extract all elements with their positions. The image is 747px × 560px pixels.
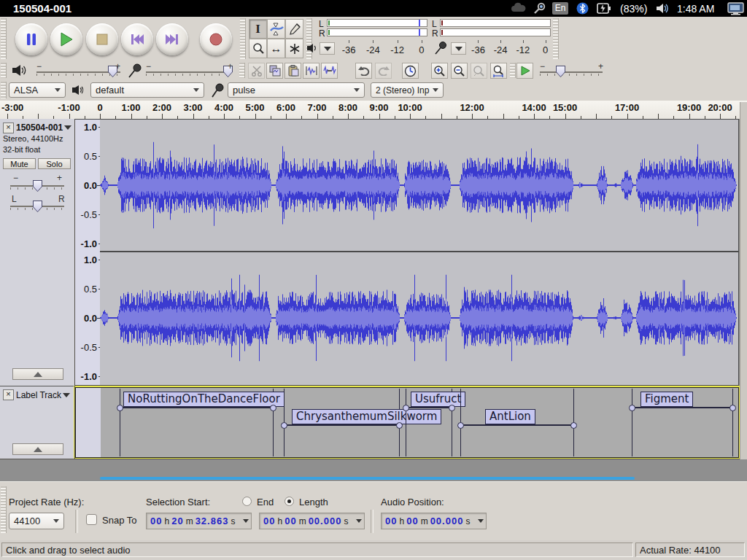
close-track-button[interactable]: × [3,122,14,133]
selection-start-field[interactable]: 00h20m32.863s [146,513,252,529]
audio-host-dropdown[interactable]: ALSA [9,82,66,98]
time-field-dropdown[interactable] [355,519,363,523]
fit-project-button[interactable] [490,63,507,79]
meter-toolbar-end-grip[interactable] [553,18,559,59]
draw-tool-button[interactable] [285,19,303,39]
time-digits[interactable]: 32.863 [196,516,229,526]
length-radio[interactable] [285,497,294,506]
time-digits[interactable]: 00.000 [309,516,342,526]
zoom-tool-button[interactable] [249,39,267,58]
trim-button[interactable] [303,63,320,79]
volume-tray-icon[interactable] [655,2,670,15]
solo-button[interactable]: Solo [38,158,71,169]
stereo-waveform-canvas[interactable] [100,119,739,386]
snap-to-checkbox[interactable] [86,514,97,525]
zoom-out-button[interactable] [451,63,468,79]
record-button[interactable] [200,23,232,55]
label-text-box[interactable]: Usufruct [411,392,465,407]
label-end-handle[interactable] [570,422,577,429]
time-digits[interactable]: 00 [385,516,397,526]
vertical-scrollbar[interactable] [740,102,747,459]
label-end-stalk[interactable] [732,389,733,456]
label-text-box[interactable]: AntLion [485,409,535,424]
keyboard-layout-indicator[interactable]: En [552,2,568,15]
time-digits[interactable]: 00 [263,516,275,526]
collapse-track-button[interactable] [12,368,63,380]
play-at-speed-button[interactable] [516,63,533,79]
timeline-ruler[interactable]: -3:00-1:0001:002:003:004:005:006:007:008… [0,101,747,120]
selection-toolbar-grip[interactable] [1,486,7,533]
transport-toolbar-end-grip[interactable] [240,18,246,59]
pause-button[interactable] [15,23,47,55]
selection-tool-button[interactable]: I [249,19,267,39]
label-track-content[interactable]: NoRuttingOnTheDanceFloorChrysanthemumSil… [75,387,739,458]
recording-device-dropdown[interactable]: pulse [228,82,365,98]
label-end-handle[interactable] [396,422,403,429]
silence-button[interactable] [321,63,338,79]
playback-volume-slider[interactable] [36,71,120,73]
transcription-toolbar-grip[interactable] [510,63,516,78]
time-digits[interactable]: 00.000 [430,516,464,526]
playback-speed-slider[interactable] [540,71,603,73]
label-start-stalk[interactable] [406,389,406,456]
label-start-stalk[interactable] [632,389,632,456]
recording-meter-dropdown[interactable] [451,42,466,55]
pan-slider-thumb[interactable] [33,201,42,212]
label-start-handle[interactable] [117,405,123,411]
label-track-title[interactable]: Label Track [16,390,61,400]
mixer-toolbar-grip[interactable] [1,63,7,78]
end-radio[interactable] [242,497,252,506]
label-text-box[interactable]: NoRuttingOnTheDanceFloor [123,392,285,407]
collapse-label-track-button[interactable] [12,443,63,455]
label-start-handle[interactable] [403,405,409,411]
zoom-in-button[interactable] [431,63,448,79]
time-field-dropdown[interactable] [241,519,249,523]
play-button[interactable] [50,23,82,55]
time-digits[interactable]: 00 [150,516,162,526]
time-digits[interactable]: 00 [406,516,418,526]
display-icon[interactable] [727,2,744,15]
screenshot-magnifier-icon[interactable] [533,2,547,15]
horizontal-scrollbar-thumb[interactable] [100,477,635,480]
label-text-box[interactable]: Figment [640,392,693,407]
mute-button[interactable]: Mute [3,158,36,169]
bluetooth-icon[interactable] [576,2,589,15]
time-digits[interactable]: 20 [171,516,183,526]
label-end-handle[interactable] [449,405,455,411]
playback-device-dropdown[interactable]: default [90,82,204,98]
recording-meter-right-bar[interactable] [440,28,551,36]
selection-length-field[interactable]: 00h00m00.000s [259,513,365,529]
recording-meter-left-bar[interactable] [440,19,551,27]
label-start-handle[interactable] [457,422,464,429]
gain-slider-thumb[interactable] [33,180,42,192]
cloud-icon[interactable] [511,2,527,15]
edit-toolbar-grip[interactable] [239,63,245,78]
recording-channels-dropdown[interactable]: 2 (Stereo) Inp [371,82,444,98]
audio-track-title[interactable]: 150504-001 [16,122,63,133]
battery-charging-icon[interactable] [597,2,616,15]
playback-meter-right-bar[interactable] [327,28,427,36]
audio-position-field[interactable]: 00h00m00.000s [381,513,487,529]
time-field-dropdown[interactable] [476,519,484,523]
fit-selection-button[interactable] [471,63,487,79]
multi-tool-button[interactable] [285,39,303,58]
skip-to-start-button[interactable] [121,23,153,55]
sync-lock-button[interactable] [402,63,419,79]
undo-button[interactable] [355,63,372,79]
device-toolbar-grip[interactable] [1,82,7,98]
recording-volume-slider[interactable] [146,71,232,73]
time-digits[interactable]: 00 [285,516,296,526]
label-start-handle[interactable] [281,422,287,429]
playback-meter-left-bar[interactable] [327,19,427,27]
label-end-handle[interactable] [270,405,276,411]
label-text-box[interactable]: ChrysanthemumSilkworm [292,409,441,424]
stop-button[interactable] [86,23,118,55]
label-end-handle[interactable] [729,405,736,411]
cut-button[interactable] [248,63,265,79]
project-rate-dropdown[interactable]: 44100 [9,513,64,529]
label-track-menu-icon[interactable] [63,393,70,397]
redo-button[interactable] [375,63,392,79]
vertical-scale-ruler[interactable]: 1.00.50.0-0.5-1.01.00.50.0-0.5-1.0 [74,119,101,386]
copy-button[interactable] [266,63,283,79]
skip-to-end-button[interactable] [156,23,188,55]
